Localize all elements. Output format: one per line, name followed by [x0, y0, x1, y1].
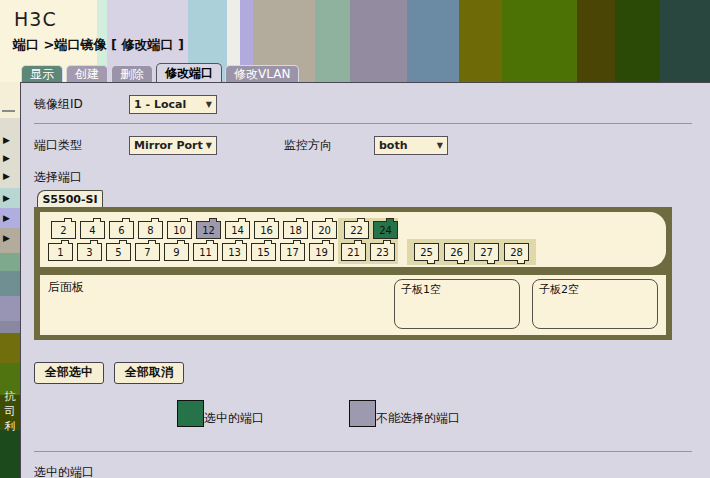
- main-content: 镜像组ID 1 - Local ▼ 端口类型 Mirror Port ▼ 监控方…: [20, 82, 710, 478]
- daughter-board-1: 子板1空: [394, 279, 520, 329]
- port-column: 2221: [341, 221, 366, 261]
- port-type-row: 端口类型 Mirror Port ▼ 监控方向 both ▼: [34, 136, 710, 155]
- chevron-down-icon: ▼: [437, 141, 443, 150]
- tab-bar: 显示 创建 删除 修改端口 修改VLAN: [21, 63, 299, 83]
- mirror-group-select[interactable]: 1 - Local ▼: [129, 95, 217, 114]
- tree-bullet-icon[interactable]: ▶: [3, 171, 17, 181]
- tree-bullet-icon[interactable]: ▶: [3, 153, 17, 163]
- port-2[interactable]: 2: [51, 221, 76, 239]
- legend: 选中的端口 不能选择的端口: [34, 400, 710, 427]
- highlight-zone: 22212423: [338, 218, 398, 264]
- port-column: 87: [135, 221, 160, 261]
- port-25[interactable]: 25: [414, 243, 439, 261]
- chevron-down-icon: ▼: [206, 141, 212, 150]
- rear-panel-label: 后面板: [48, 279, 84, 329]
- bg-stripe: [407, 0, 459, 82]
- port-16[interactable]: 16: [254, 221, 279, 239]
- mirror-group-label: 镜像组ID: [34, 96, 129, 113]
- bg-band: [0, 271, 20, 296]
- port-column: 1615: [251, 221, 276, 261]
- unselectable-port-legend-label: 不能选择的端口: [376, 410, 460, 427]
- port-14[interactable]: 14: [225, 221, 250, 239]
- mirror-group-row: 镜像组ID 1 - Local ▼: [34, 95, 710, 114]
- bg-stripe: [315, 0, 350, 82]
- device-panel: 214365871091211141316151817201922212423 …: [34, 207, 672, 340]
- port-26[interactable]: 26: [444, 243, 469, 261]
- port-column: 1413: [222, 221, 247, 261]
- bg-band: [0, 82, 20, 118]
- front-panel: 214365871091211141316151817201922212423 …: [40, 212, 666, 267]
- port-column: 2423: [370, 221, 395, 261]
- bg-stripe: [660, 0, 710, 82]
- port-4[interactable]: 4: [80, 221, 105, 239]
- port-10[interactable]: 10: [167, 221, 192, 239]
- port-28[interactable]: 28: [504, 243, 529, 261]
- tree-bullet-icon[interactable]: ▶: [3, 233, 17, 243]
- breadcrumb: 端口 >端口镜像 [ 修改端口 ]: [13, 36, 184, 54]
- bg-stripe: [615, 0, 660, 82]
- port-18[interactable]: 18: [283, 221, 308, 239]
- port-20[interactable]: 20: [312, 221, 337, 239]
- port-8[interactable]: 8: [138, 221, 163, 239]
- cancel-all-button[interactable]: 全部取消: [114, 362, 184, 384]
- chevron-down-icon: ▼: [206, 100, 212, 109]
- left-vertical-text: 抗司利: [3, 389, 17, 434]
- port-13[interactable]: 13: [222, 243, 247, 261]
- port-column: 2019: [309, 221, 334, 261]
- port-5[interactable]: 5: [106, 243, 131, 261]
- tab-delete[interactable]: 删除: [111, 65, 153, 83]
- device-model-tab[interactable]: S5500-SI: [37, 190, 103, 207]
- separator-line: [34, 123, 692, 124]
- tree-bullet-icon[interactable]: ▶: [3, 213, 17, 223]
- port-3[interactable]: 3: [77, 243, 102, 261]
- port-column: 1817: [280, 221, 305, 261]
- port-22[interactable]: 22: [344, 221, 369, 239]
- tab-modify-port[interactable]: 修改端口: [156, 63, 222, 83]
- bg-band: [0, 321, 20, 333]
- bg-stripe: [577, 0, 615, 82]
- bg-band: [0, 333, 20, 363]
- port-17[interactable]: 17: [280, 243, 305, 261]
- tab-modify-vlan[interactable]: 修改VLAN: [225, 65, 299, 83]
- port-column: 1211: [193, 221, 218, 261]
- port-19[interactable]: 19: [309, 243, 334, 261]
- port-column: 109: [164, 221, 189, 261]
- port-27[interactable]: 27: [474, 243, 499, 261]
- port-7[interactable]: 7: [135, 243, 160, 261]
- port-6[interactable]: 6: [109, 221, 134, 239]
- unselectable-port-swatch: [349, 400, 376, 427]
- port-23[interactable]: 23: [370, 243, 395, 261]
- front-port-grid: 214365871091211141316151817201922212423 …: [48, 221, 536, 261]
- port-1[interactable]: 1: [48, 243, 73, 261]
- select-all-button[interactable]: 全部选中: [34, 362, 104, 384]
- bg-stripe: [502, 0, 577, 82]
- rear-panel: 后面板 子板1空 子板2空: [40, 275, 666, 335]
- port-21[interactable]: 21: [341, 243, 366, 261]
- port-column: 43: [77, 221, 102, 261]
- bg-band: [0, 253, 20, 271]
- port-24[interactable]: 24: [373, 221, 398, 239]
- tab-display[interactable]: 显示: [21, 65, 63, 83]
- selected-port-legend-label: 选中的端口: [204, 410, 264, 427]
- selected-ports-section-label: 选中的端口: [34, 464, 710, 478]
- left-background-strip: ▶▶▶▶▶▶抗司利: [0, 82, 20, 478]
- select-port-label: 选择端口: [34, 169, 710, 186]
- direction-select[interactable]: both ▼: [374, 136, 448, 155]
- port-type-select[interactable]: Mirror Port ▼: [129, 136, 217, 155]
- bg-stripe: [350, 0, 407, 82]
- direction-label: 监控方向: [284, 137, 374, 154]
- bg-band: [0, 430, 20, 478]
- tab-create[interactable]: 创建: [66, 65, 108, 83]
- port-15[interactable]: 15: [251, 243, 276, 261]
- tree-bullet-icon[interactable]: ▶: [3, 193, 17, 203]
- selected-port-swatch: [177, 400, 204, 427]
- port-12: 12: [196, 221, 221, 239]
- port-9[interactable]: 9: [164, 243, 189, 261]
- port-column: 65: [106, 221, 131, 261]
- separator-line: [34, 451, 692, 452]
- h3c-logo: H3C: [14, 8, 57, 30]
- port-11[interactable]: 11: [193, 243, 218, 261]
- tree-bullet-icon[interactable]: ▶: [3, 135, 17, 145]
- port-type-value: Mirror Port: [134, 139, 203, 152]
- extension-port-zone: 25262728: [407, 239, 536, 265]
